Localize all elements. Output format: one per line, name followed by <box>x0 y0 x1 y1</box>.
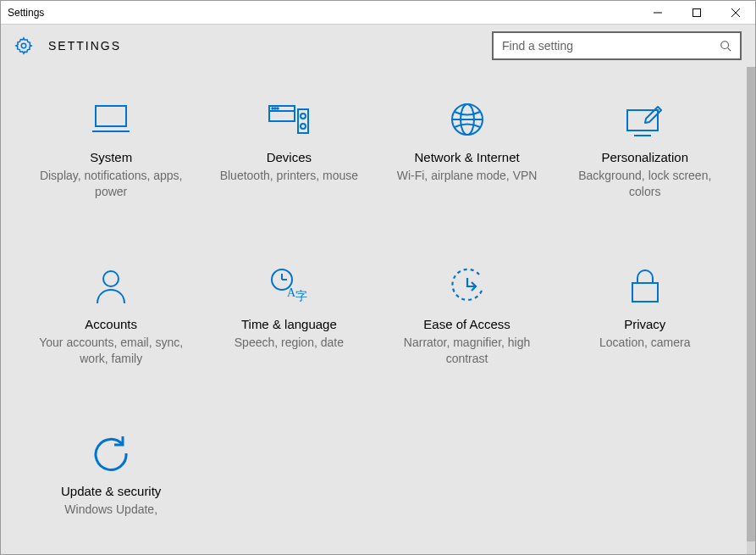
category-time-language[interactable]: A 字 Time & language Speech, region, date <box>204 268 373 367</box>
accounts-icon <box>89 268 133 305</box>
svg-line-6 <box>728 48 731 52</box>
svg-rect-7 <box>96 106 126 126</box>
devices-icon <box>267 101 311 138</box>
svg-point-12 <box>275 108 277 109</box>
category-title: System <box>90 150 132 164</box>
ease-of-access-icon <box>445 268 489 305</box>
category-title: Devices <box>267 150 312 164</box>
category-devices[interactable]: Devices Bluetooth, printers, mouse <box>204 101 373 200</box>
category-privacy[interactable]: Privacy Location, camera <box>560 268 730 367</box>
search-input-container[interactable] <box>492 31 742 60</box>
system-icon <box>89 101 133 138</box>
maximize-button[interactable] <box>677 1 716 25</box>
scrollbar-track[interactable] <box>747 67 755 554</box>
category-accounts[interactable]: Accounts Your accounts, email, sync, wor… <box>26 268 196 367</box>
category-title: Accounts <box>85 317 137 331</box>
personalization-icon <box>623 101 667 138</box>
category-title: Time & language <box>241 317 337 331</box>
category-desc: Bluetooth, printers, mouse <box>212 168 367 184</box>
category-title: Personalization <box>601 150 688 164</box>
category-desc: Speech, region, date <box>226 335 352 351</box>
header: SETTINGS <box>1 25 755 67</box>
category-desc: Location, camera <box>591 335 698 351</box>
category-title: Ease of Access <box>423 317 510 331</box>
svg-point-13 <box>278 108 279 109</box>
svg-point-5 <box>721 42 729 49</box>
svg-point-16 <box>301 124 306 129</box>
close-icon <box>731 8 740 17</box>
content-area: System Display, notifications, apps, pow… <box>1 67 755 554</box>
category-title: Update & security <box>61 484 161 498</box>
category-desc: Wi-Fi, airplane mode, VPN <box>389 168 546 184</box>
category-network[interactable]: Network & Internet Wi-Fi, airplane mode,… <box>383 101 552 200</box>
privacy-icon <box>623 268 667 305</box>
window-title: Settings <box>1 7 44 19</box>
search-input[interactable] <box>502 39 720 53</box>
category-desc: Windows Update, <box>56 502 166 518</box>
minimize-button[interactable] <box>638 1 677 25</box>
category-desc: Your accounts, email, sync, work, family <box>26 335 196 367</box>
page-title: SETTINGS <box>48 39 121 53</box>
gear-icon <box>14 36 33 55</box>
category-personalization[interactable]: Personalization Background, lock screen,… <box>560 101 730 200</box>
scrollbar-thumb[interactable] <box>747 67 755 541</box>
close-button[interactable] <box>716 1 755 25</box>
settings-window: Settings SETTINGS <box>0 0 756 555</box>
minimize-icon <box>654 8 662 17</box>
svg-point-4 <box>21 43 26 48</box>
category-desc: Background, lock screen, colors <box>560 168 730 200</box>
category-desc: Narrator, magnifier, high contrast <box>383 335 552 367</box>
search-icon <box>720 40 731 52</box>
svg-point-11 <box>273 108 274 109</box>
category-desc: Display, notifications, apps, power <box>26 168 196 200</box>
svg-point-22 <box>103 271 119 286</box>
network-icon <box>445 101 489 138</box>
svg-text:字: 字 <box>295 290 307 302</box>
svg-rect-28 <box>632 283 658 302</box>
maximize-icon <box>693 8 701 17</box>
time-language-icon: A 字 <box>267 268 311 305</box>
category-update-security[interactable]: Update & security Windows Update, <box>26 435 196 518</box>
titlebar: Settings <box>1 1 755 25</box>
update-security-icon <box>89 435 133 472</box>
category-system[interactable]: System Display, notifications, apps, pow… <box>26 101 196 200</box>
svg-rect-20 <box>627 110 658 130</box>
category-title: Network & Internet <box>414 150 519 164</box>
category-title: Privacy <box>624 317 665 331</box>
category-grid: System Display, notifications, apps, pow… <box>18 101 738 517</box>
svg-point-15 <box>301 114 306 119</box>
svg-rect-1 <box>693 8 701 16</box>
category-ease-of-access[interactable]: Ease of Access Narrator, magnifier, high… <box>383 268 552 367</box>
